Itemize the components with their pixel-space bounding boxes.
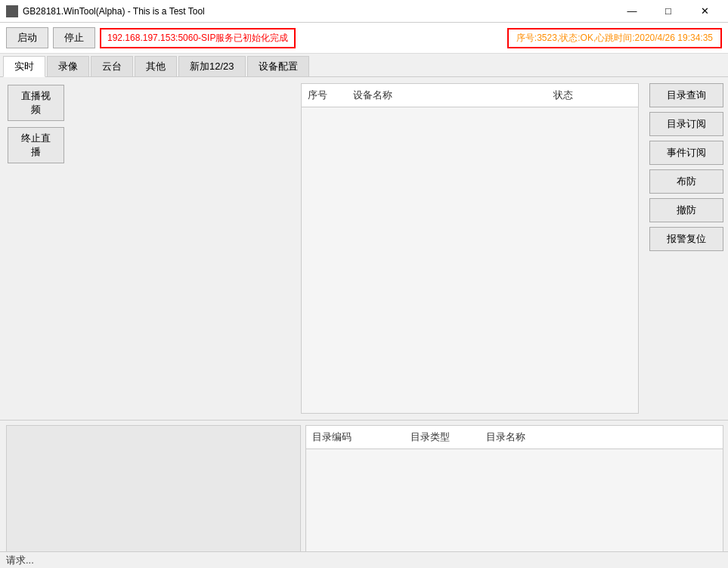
stop-live-button[interactable]: 终止直播 bbox=[8, 127, 64, 163]
start-button[interactable]: 启动 bbox=[6, 27, 48, 48]
right-panel: 目录查询 目录订阅 事件订阅 布防 撤防 报警复位 bbox=[645, 77, 728, 420]
device-table: 序号 设备名称 状态 bbox=[301, 83, 639, 414]
close-button[interactable]: ✕ bbox=[687, 0, 722, 23]
maximize-button[interactable]: □ bbox=[651, 0, 686, 23]
col-seq-header: 序号 bbox=[302, 87, 347, 104]
tab-other[interactable]: 其他 bbox=[135, 56, 177, 76]
title-bar: GB28181.WinTool(Alpha) - This is a Test … bbox=[0, 0, 728, 23]
device-table-body[interactable] bbox=[302, 107, 638, 413]
catalog-query-button[interactable]: 目录查询 bbox=[649, 83, 723, 107]
lower-right-panel: 目录编码 目录类型 目录名称 bbox=[305, 425, 723, 566]
live-video-button[interactable]: 直播视频 bbox=[8, 85, 64, 121]
main-content: 直播视频 终止直播 序号 设备名称 状态 目录查询 目录订阅 事件订阅 布防 撤… bbox=[0, 77, 728, 568]
heartbeat-status: 序号:3523,状态:OK,心跳时间:2020/4/26 19:34:35 bbox=[507, 28, 722, 48]
window-title: GB28181.WinTool(Alpha) - This is a Test … bbox=[23, 6, 615, 17]
tab-recording[interactable]: 录像 bbox=[47, 56, 89, 76]
tab-device-config[interactable]: 设备配置 bbox=[247, 56, 309, 76]
upper-area: 直播视频 终止直播 序号 设备名称 状态 目录查询 目录订阅 事件订阅 布防 撤… bbox=[0, 77, 728, 420]
tab-ptz[interactable]: 云台 bbox=[91, 56, 133, 76]
catalog-subscribe-button[interactable]: 目录订阅 bbox=[649, 112, 723, 136]
lower-area: 目录编码 目录类型 目录名称 bbox=[0, 420, 728, 568]
col-status-header: 状态 bbox=[547, 87, 638, 104]
tab-new1223[interactable]: 新加12/23 bbox=[178, 56, 246, 76]
device-table-header: 序号 设备名称 状态 bbox=[302, 84, 638, 107]
stop-button[interactable]: 停止 bbox=[53, 27, 95, 48]
tab-bar: 实时 录像 云台 其他 新加12/23 设备配置 bbox=[0, 54, 728, 77]
alarm-reset-button[interactable]: 报警复位 bbox=[649, 227, 723, 251]
disarm-button[interactable]: 撤防 bbox=[649, 198, 723, 222]
center-panel: 序号 设备名称 状态 bbox=[295, 77, 645, 420]
catalog-table-body[interactable] bbox=[306, 449, 723, 566]
sip-status: 192.168.197.153:5060-SIP服务已初始化完成 bbox=[100, 28, 296, 48]
app-icon bbox=[6, 5, 18, 17]
lower-left-panel bbox=[6, 425, 301, 566]
minimize-button[interactable]: — bbox=[615, 0, 649, 23]
col-catalog-code-header: 目录编码 bbox=[306, 429, 404, 445]
arm-button[interactable]: 布防 bbox=[649, 169, 723, 194]
window-controls: — □ ✕ bbox=[615, 0, 722, 23]
tab-realtime[interactable]: 实时 bbox=[3, 56, 45, 77]
col-name-header: 设备名称 bbox=[347, 87, 547, 104]
col-catalog-name-header: 目录名称 bbox=[480, 429, 723, 445]
catalog-table-header: 目录编码 目录类型 目录名称 bbox=[306, 426, 723, 449]
status-bar: 请求... bbox=[0, 551, 728, 568]
col-catalog-type-header: 目录类型 bbox=[404, 429, 480, 445]
catalog-table: 目录编码 目录类型 目录名称 bbox=[305, 425, 723, 566]
status-text: 请求... bbox=[6, 554, 34, 567]
left-panel: 直播视频 终止直播 bbox=[0, 77, 295, 420]
event-subscribe-button[interactable]: 事件订阅 bbox=[649, 141, 723, 165]
toolbar: 启动 停止 192.168.197.153:5060-SIP服务已初始化完成 序… bbox=[0, 23, 728, 54]
